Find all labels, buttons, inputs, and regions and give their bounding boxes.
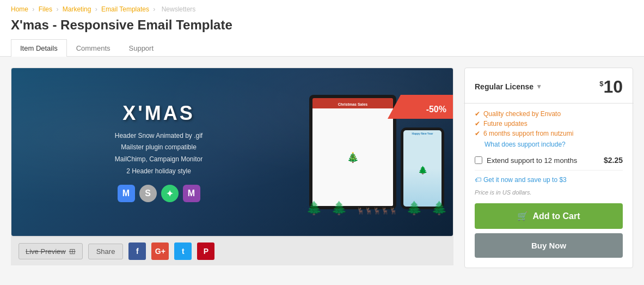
bottom-bar: Live Preview ⊞ Share f G+ t P (11, 237, 453, 265)
right-panel: Regular License ▼ $ 10 ✔ Quality checked… (464, 68, 633, 268)
features-list: ✔ Quality checked by Envato ✔ Future upd… (475, 110, 623, 148)
license-row: Regular License ▼ $ 10 (475, 78, 623, 95)
price-amount: 10 (603, 78, 623, 95)
extend-support-label: Extend support to 12 months (487, 156, 577, 165)
xmas-devices: -50% Christmas Sales 🎄 (300, 89, 453, 215)
tab-item-details[interactable]: Item Details (11, 39, 67, 57)
twitter-button[interactable]: t (174, 242, 192, 260)
feature-support-label: 6 months support from nutzumi (483, 130, 573, 137)
mailchimp-icon: M (118, 185, 135, 202)
xmas-info: X'MAS Header Snow Animated by .gif Mails… (11, 91, 300, 213)
breadcrumb-files[interactable]: Files (39, 5, 52, 13)
page-title: X'mas - Responsive Email Template (11, 17, 633, 33)
breadcrumb: Home › Files › Marketing › Email Templat… (11, 5, 633, 13)
tabs-bar: Item Details Comments Support (11, 39, 633, 56)
license-dropdown-arrow[interactable]: ▼ (536, 83, 542, 90)
campaign-icon: ✦ (161, 185, 179, 202)
extend-support-row: Extend support to 12 months $2.25 (475, 156, 623, 171)
left-panel: X'MAS Header Snow Animated by .gif Mails… (11, 68, 453, 268)
price-note: Price is in US dollars. (475, 189, 623, 196)
feature-updates-label: Future updates (483, 120, 528, 128)
breadcrumb-email-templates[interactable]: Email Templates (101, 5, 149, 13)
divider-top (464, 103, 634, 104)
license-text: Regular License (475, 82, 533, 91)
breadcrumb-newsletters: Newsletters (162, 5, 196, 13)
extend-support-checkbox[interactable] (475, 156, 482, 164)
live-preview-label: Live Preview (26, 247, 66, 256)
tablet-text: Christmas Sales (336, 100, 370, 108)
save-message-text: Get it now and save up to $3 (483, 176, 567, 184)
google-plus-button[interactable]: G+ (151, 242, 169, 260)
plugin-icons: M S ✦ M (22, 185, 295, 202)
breadcrumb-home[interactable]: Home (11, 5, 28, 13)
stamp-icon: S (139, 185, 157, 202)
mailster-icon: M (183, 185, 200, 202)
price-display: $ 10 (599, 78, 623, 95)
breadcrumb-marketing[interactable]: Marketing (63, 5, 91, 13)
add-to-cart-button[interactable]: 🛒 Add to Cart (475, 203, 623, 229)
add-to-cart-label: Add to Cart (532, 211, 580, 221)
trees-decoration: 🌲 🌲 🦌🦌🦌🦌🦌 🌲 🌲 (300, 187, 453, 215)
cart-icon: 🛒 (517, 211, 528, 221)
share-button[interactable]: Share (88, 244, 124, 259)
tag-icon: 🏷 (475, 176, 481, 184)
grid-icon: ⊞ (69, 247, 76, 256)
buy-now-button[interactable]: Buy Now (475, 233, 623, 258)
main-content: X'MAS Header Snow Animated by .gif Mails… (0, 57, 644, 279)
facebook-button[interactable]: f (128, 242, 146, 260)
price-dollar-sign: $ (599, 80, 603, 88)
pinterest-button[interactable]: P (197, 242, 214, 260)
feature-support: ✔ 6 months support from nutzumi (475, 130, 623, 137)
feature-envato: ✔ Quality checked by Envato (475, 110, 623, 118)
xmas-description: Header Snow Animated by .gif Mailster pl… (22, 130, 295, 177)
feature-updates: ✔ Future updates (475, 120, 623, 128)
save-message: 🏷 Get it now and save up to $3 (475, 176, 623, 184)
support-include-link[interactable]: What does support include? (484, 141, 566, 148)
license-label: Regular License ▼ (475, 82, 542, 91)
live-preview-button[interactable]: Live Preview ⊞ (19, 243, 83, 259)
tab-support[interactable]: Support (120, 39, 163, 57)
xmas-title: X'MAS (22, 102, 295, 125)
feature-envato-label: Quality checked by Envato (483, 110, 561, 118)
tab-comments[interactable]: Comments (67, 39, 120, 57)
preview-image: X'MAS Header Snow Animated by .gif Mails… (11, 68, 453, 237)
extend-price: $2.25 (604, 156, 623, 165)
